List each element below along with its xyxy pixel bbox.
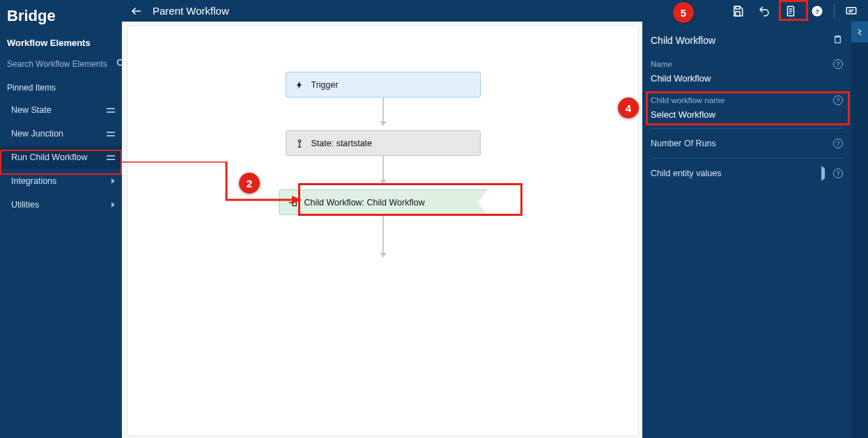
node-label: Trigger: [311, 80, 339, 90]
help-icon[interactable]: ?: [833, 59, 843, 69]
drag-handle-icon: [107, 108, 115, 113]
inspector-panel: Child Workflow Name ? Child Workflow Chi…: [642, 22, 851, 438]
svg-rect-19: [835, 37, 841, 43]
sidebar: Bridge Workflow Elements Pinned Items Ne…: [0, 0, 122, 438]
rail-panel-toggle[interactable]: [851, 22, 868, 42]
state-icon: [295, 139, 304, 148]
field-number-of-runs[interactable]: Number Of Runs ?: [651, 129, 843, 159]
back-button[interactable]: [130, 5, 143, 17]
field-child-workflow-value[interactable]: Select Workflow: [651, 109, 843, 121]
sidebar-item-utilities[interactable]: Utilities: [0, 193, 122, 217]
sidebar-search[interactable]: [0, 55, 122, 76]
annotation-badge-4: 4: [618, 97, 639, 118]
sidebar-item-label: Utilities: [11, 200, 39, 210]
comments-button[interactable]: [839, 0, 864, 22]
field-name[interactable]: Name ? Child Workflow: [651, 56, 843, 93]
lightning-icon: [295, 80, 304, 90]
svg-text:?: ?: [815, 7, 819, 15]
inspector-title: Child Workflow: [651, 35, 715, 46]
delete-button[interactable]: [832, 34, 843, 47]
annotation-badge-2: 2: [239, 173, 260, 194]
node-child-workflow[interactable]: Child Workflow: Child Workflow: [279, 189, 488, 215]
chevron-right-icon: [821, 169, 825, 178]
field-label-text: Child workflow name: [651, 96, 724, 104]
sidebar-item-label: Integrations: [11, 176, 56, 186]
help-button[interactable]: ?: [805, 0, 830, 22]
separator: [834, 4, 835, 18]
field-label-text: Number Of Runs: [651, 139, 716, 148]
undo-button[interactable]: [752, 0, 777, 22]
workflow-canvas[interactable]: Trigger State: startstate Child Workflow…: [127, 25, 639, 436]
sidebar-search-input[interactable]: [6, 56, 113, 72]
field-child-entity-values[interactable]: Child entity values ?: [651, 159, 843, 181]
sidebar-item-integrations[interactable]: Integrations: [0, 169, 122, 193]
node-out-notch: [478, 189, 488, 216]
connector: [382, 156, 384, 184]
node-label: State: startstate: [311, 139, 373, 148]
right-rail: [851, 22, 868, 438]
svg-line-1: [123, 65, 125, 68]
pinned-items-heading: Pinned Items: [0, 76, 122, 98]
drag-handle-icon: [107, 132, 115, 136]
node-state[interactable]: State: startstate: [286, 130, 481, 156]
annotation-badge-5: 5: [673, 2, 694, 23]
help-icon[interactable]: ?: [833, 139, 843, 148]
sidebar-item-label: New State: [11, 105, 52, 115]
enter-icon: [288, 198, 297, 208]
save-button[interactable]: [725, 0, 750, 22]
sidebar-item-new-junction[interactable]: New Junction: [0, 122, 122, 146]
sidebar-item-new-state[interactable]: New State: [0, 98, 122, 122]
chevron-right-icon: [111, 202, 115, 208]
sidebar-item-label: New Junction: [11, 129, 63, 139]
notes-button[interactable]: [778, 0, 803, 22]
field-label-text: Child entity values: [651, 169, 721, 178]
drag-handle-icon: [107, 155, 115, 160]
svg-point-0: [118, 59, 123, 65]
chevron-right-icon: [111, 178, 115, 184]
node-trigger[interactable]: Trigger: [286, 72, 481, 97]
svg-rect-3: [736, 6, 740, 9]
sidebar-section-title: Workflow Elements: [0, 29, 122, 55]
svg-rect-4: [736, 11, 740, 15]
search-icon[interactable]: [116, 58, 127, 71]
help-icon[interactable]: ?: [833, 169, 843, 178]
field-child-workflow-name[interactable]: Child workflow name ? Select Workflow: [651, 93, 843, 129]
connector: [382, 97, 384, 125]
svg-point-14: [298, 139, 301, 142]
node-label: Child Workflow: Child Workflow: [304, 198, 425, 208]
sidebar-item-label: Run Child Workflow: [11, 152, 88, 162]
page-title: Parent Workflow: [153, 5, 229, 17]
field-name-value[interactable]: Child Workflow: [651, 73, 843, 85]
help-icon[interactable]: ?: [833, 95, 843, 105]
sidebar-item-run-child-workflow[interactable]: Run Child Workflow: [0, 146, 122, 169]
connector: [382, 215, 384, 257]
brand-logo: Bridge: [0, 0, 122, 29]
header-bar: Parent Workflow ?: [122, 0, 868, 22]
field-label-text: Name: [651, 60, 672, 68]
